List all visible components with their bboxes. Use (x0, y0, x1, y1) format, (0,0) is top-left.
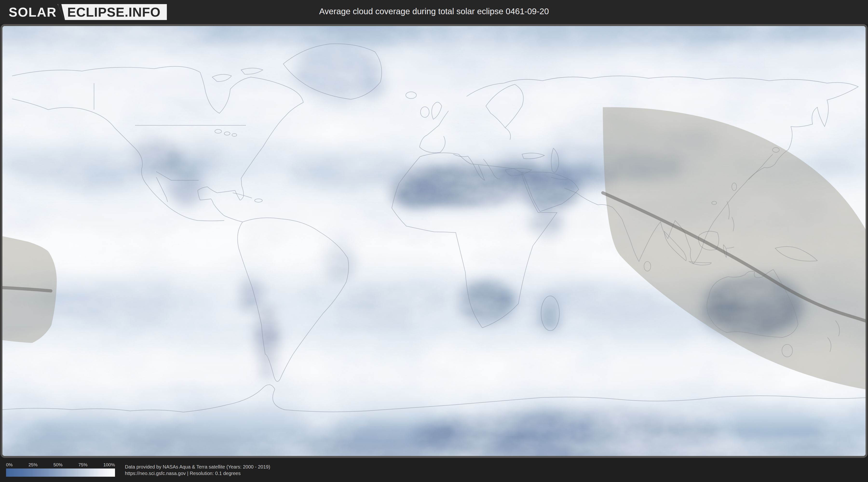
legend-gradient-bar (6, 469, 115, 477)
credit-url-line[interactable]: https://neo.sci.gsfc.nasa.gov | Resoluti… (125, 470, 270, 477)
credit-source-line: Data provided by NASAs Aqua & Terra sate… (125, 464, 270, 470)
cloud-coverage-legend: 0% 25% 50% 75% 100% (6, 462, 115, 477)
footer-bar: 0% 25% 50% 75% 100% Data provided by NAS… (0, 458, 868, 482)
legend-tick-100: 100% (103, 462, 115, 468)
solar-eclipse-info-page: { "header": { "logo_prefix": "SOLAR", "l… (0, 0, 868, 482)
legend-tick-50: 50% (53, 462, 62, 468)
legend-tick-25: 25% (28, 462, 38, 468)
legend-tick-labels: 0% 25% 50% 75% 100% (6, 462, 115, 468)
page-title: Average cloud coverage during total sola… (0, 6, 868, 16)
legend-tick-0: 0% (6, 462, 12, 468)
data-credits: Data provided by NASAs Aqua & Terra sate… (125, 464, 270, 477)
top-bar: SOLAR ECLIPSE.INFO Average cloud coverag… (0, 0, 868, 24)
legend-tick-75: 75% (79, 462, 88, 468)
world-map-svg (2, 26, 866, 456)
world-cloud-map[interactable] (0, 24, 868, 458)
